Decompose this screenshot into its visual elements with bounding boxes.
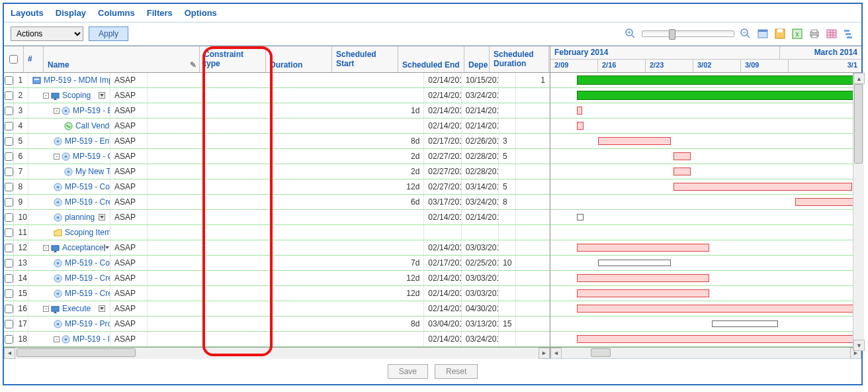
scheduled-start-cell[interactable]: 02/14/2014✔ [424,88,461,103]
duration-cell[interactable] [148,225,424,240]
scheduled-start-cell[interactable]: 02/14/2014 [424,119,461,133]
gantt-icon[interactable] [843,28,855,40]
dependency-cell[interactable] [499,301,515,316]
constraint-type-cell[interactable]: ASAP [110,332,148,346]
dependency-cell[interactable]: 8 [499,195,515,209]
gantt-bar[interactable] [577,75,855,85]
scheduled-duration-cell[interactable] [516,103,550,118]
dependency-cell[interactable] [499,73,515,87]
row-checkbox[interactable] [5,91,13,100]
task-link[interactable]: MP-519 - Complete Functior [65,258,110,268]
task-link[interactable]: Call Vendor for Quote [75,121,110,130]
col-constraint-type[interactable]: Constrainttype [200,46,266,72]
gantt-bar[interactable] [598,137,671,145]
row-menu-icon[interactable] [99,305,105,312]
gantt-bar[interactable] [577,122,584,130]
col-scheduled-end[interactable]: Scheduled End [398,46,464,72]
menu-display[interactable]: Display [56,8,86,18]
scheduled-end-cell[interactable]: 10/15/2014 [462,73,499,87]
calendar-icon[interactable] [757,28,769,40]
constraint-type-cell[interactable]: ASAP [110,195,148,209]
dependency-cell[interactable] [499,119,515,133]
zoom-out-icon[interactable] [740,28,752,40]
scheduled-start-cell[interactable]: 02/14/2014 [424,286,461,301]
row-checkbox[interactable] [5,213,13,222]
dependency-cell[interactable] [499,286,515,301]
row-checkbox[interactable] [5,244,13,252]
constraint-type-cell[interactable]: ASAP [110,134,148,148]
duration-cell[interactable]: 8d [148,134,424,148]
task-link[interactable]: MP-519 - Create Test Plan [65,289,110,298]
duration-cell[interactable] [148,73,424,87]
task-link[interactable]: MP-519 - Complete Require [73,152,110,161]
expander-icon[interactable]: - [54,108,60,114]
row-menu-icon[interactable] [99,214,105,220]
row-name-cell[interactable]: MP-519 - Project Kick Off Ev [28,317,110,331]
scheduled-duration-cell[interactable] [516,317,550,331]
scheduled-start-cell[interactable]: 02/14/2014✔ [424,73,461,87]
task-link[interactable]: Scoping [62,91,91,100]
duration-cell[interactable]: 12d [148,271,424,285]
duration-cell[interactable]: 7d [148,256,424,270]
apply-button[interactable]: Apply [89,26,128,41]
row-name-cell[interactable]: -MP-519 - Complete Require [28,149,110,164]
menu-options[interactable]: Options [185,8,217,18]
constraint-type-cell[interactable]: ASAP [110,179,148,194]
task-link[interactable]: planning [65,213,95,222]
row-name-cell[interactable]: -MP-519 - Iteration 1 [28,332,110,346]
scheduled-end-cell[interactable]: 02/14/2014 [462,103,499,118]
task-link[interactable]: Acceptance [62,243,104,252]
duration-cell[interactable]: 2d [148,164,424,179]
row-name-cell[interactable]: Scoping Items [28,225,110,240]
scheduled-duration-cell[interactable] [516,271,550,285]
task-link[interactable]: MP-519 - Iteration 1 [73,334,110,344]
row-menu-icon[interactable] [99,92,105,99]
dependency-cell[interactable] [499,88,515,103]
duration-cell[interactable] [148,210,424,224]
constraint-type-cell[interactable] [110,225,148,240]
scheduled-duration-cell[interactable] [516,225,550,240]
task-link[interactable]: MP-519 - Project Kick Off Ev [65,319,110,328]
task-link[interactable]: MP-519 - Create Resource P [65,197,110,207]
gantt-bar[interactable] [673,152,691,160]
row-name-cell[interactable]: MP-519 - Enter Rough Orde [28,134,110,148]
right-horizontal-scrollbar[interactable]: ◄ ► [550,347,861,358]
row-checkbox[interactable] [5,137,13,146]
scheduled-end-cell[interactable]: 03/03/2014 [462,286,499,301]
expander-icon[interactable]: - [43,306,49,312]
row-checkbox[interactable] [5,152,13,161]
scheduled-end-cell[interactable] [462,225,499,240]
scheduled-duration-cell[interactable] [516,179,550,194]
constraint-type-cell[interactable]: ASAP [110,88,148,103]
col-scheduled-start[interactable]: ScheduledStart [332,46,398,72]
scheduled-start-cell[interactable]: 02/14/2014 [424,332,461,346]
task-link[interactable]: MP-519 - MDM Implementation [44,75,110,85]
reset-button[interactable]: Reset [435,364,478,379]
task-link[interactable]: MP-519 - Create MSP Plan ( [65,273,110,283]
grid-icon[interactable] [826,28,838,40]
menu-filters[interactable]: Filters [147,8,173,18]
constraint-type-cell[interactable]: ASAP [110,256,148,270]
scheduled-duration-cell[interactable] [516,149,550,164]
gantt-bar[interactable] [577,274,709,282]
scheduled-start-cell[interactable]: 02/17/2014 [424,134,461,148]
scheduled-duration-cell[interactable] [516,195,550,209]
gantt-bar[interactable] [673,183,852,191]
dependency-cell[interactable]: 15 [499,317,515,331]
dependency-cell[interactable] [499,332,515,346]
dependency-cell[interactable] [499,210,515,224]
constraint-type-cell[interactable]: ASAP [110,103,148,118]
scheduled-end-cell[interactable]: 03/13/2014 [462,317,499,331]
expander-icon[interactable]: - [54,154,60,160]
constraint-type-cell[interactable]: ASAP [110,240,148,255]
gantt-bar[interactable] [577,244,709,252]
row-name-cell[interactable]: MP-519 - Complete Functior [28,256,110,270]
gantt-bar[interactable] [577,335,855,343]
scheduled-duration-cell[interactable] [516,332,550,346]
gantt-bar[interactable] [673,168,691,175]
row-name-cell[interactable]: -MP-519 - Establish Business [28,103,110,118]
constraint-type-cell[interactable]: ASAP [110,119,148,133]
row-name-cell[interactable]: MP-519 - MDM Implementation [28,73,110,87]
scheduled-start-cell[interactable]: 03/17/2014 [424,195,461,209]
duration-cell[interactable]: 1d [148,103,424,118]
